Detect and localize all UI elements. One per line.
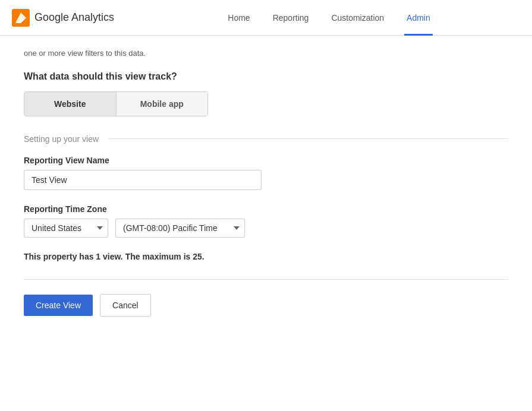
main-nav: Home Reporting Customization Admin xyxy=(138,0,520,36)
nav-reporting[interactable]: Reporting xyxy=(270,0,311,36)
reporting-time-zone-group: Reporting Time Zone United States United… xyxy=(24,204,508,238)
reporting-time-zone-label: Reporting Time Zone xyxy=(24,204,508,214)
cancel-button[interactable]: Cancel xyxy=(100,294,151,317)
track-question: What data should this view track? xyxy=(24,71,508,82)
section-header: Setting up your view xyxy=(24,134,508,144)
logo-area: Google Analytics xyxy=(12,9,114,27)
header: Google Analytics Home Reporting Customiz… xyxy=(0,0,532,36)
website-toggle-btn[interactable]: Website xyxy=(24,92,116,116)
intro-text: one or more view filters to this data. xyxy=(24,48,508,59)
main-content: one or more view filters to this data. W… xyxy=(0,36,532,411)
logo-text: Google Analytics xyxy=(34,11,114,24)
nav-admin[interactable]: Admin xyxy=(404,0,433,36)
create-view-button[interactable]: Create View xyxy=(24,295,93,316)
nav-home[interactable]: Home xyxy=(225,0,252,36)
reporting-view-name-group: Reporting View Name xyxy=(24,156,508,190)
reporting-view-name-label: Reporting View Name xyxy=(24,156,508,165)
reporting-view-name-input[interactable] xyxy=(24,170,262,190)
mobile-app-toggle-btn[interactable]: Mobile app xyxy=(116,92,208,116)
timezone-dropdowns: United States United Kingdom Canada Aust… xyxy=(24,219,508,238)
actions-divider xyxy=(24,279,508,280)
section-divider xyxy=(108,138,508,139)
country-dropdown[interactable]: United States United Kingdom Canada Aust… xyxy=(24,219,108,238)
nav-customization[interactable]: Customization xyxy=(329,0,386,36)
view-type-toggle: Website Mobile app xyxy=(24,91,208,116)
ga-logo-icon xyxy=(12,9,30,27)
section-header-text: Setting up your view xyxy=(24,134,99,144)
property-info-text: This property has 1 view. The maximum is… xyxy=(24,252,508,261)
action-buttons: Create View Cancel xyxy=(24,294,508,317)
timezone-dropdown[interactable]: (GMT-08:00) Pacific Time (GMT-07:00) Mou… xyxy=(115,219,245,238)
